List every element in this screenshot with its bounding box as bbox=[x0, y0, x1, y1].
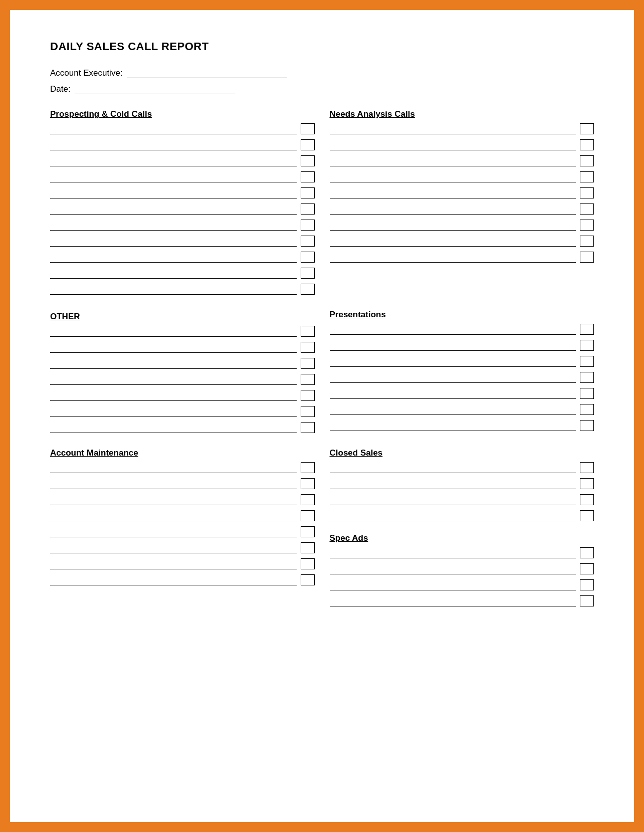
account-executive-label: Account Executive: bbox=[50, 68, 123, 78]
account-maintenance-title: Account Maintenance bbox=[50, 448, 315, 458]
account-executive-field: Account Executive: bbox=[50, 68, 594, 78]
list-item bbox=[330, 579, 594, 590]
list-item bbox=[330, 123, 594, 134]
list-item bbox=[330, 404, 594, 415]
list-item bbox=[330, 478, 594, 489]
list-item bbox=[330, 420, 594, 431]
closed-sales-spec-ads-section: Closed Sales Spec Ads bbox=[330, 448, 594, 611]
other-section: OTHER bbox=[50, 310, 315, 438]
list-item bbox=[50, 374, 315, 385]
list-item bbox=[330, 187, 594, 198]
list-item bbox=[330, 340, 594, 351]
presentations-section: Presentations bbox=[330, 310, 594, 438]
list-item bbox=[330, 510, 594, 521]
list-item bbox=[330, 139, 594, 150]
page-inner: DAILY SALES CALL REPORT Account Executiv… bbox=[9, 9, 635, 823]
list-item bbox=[330, 220, 594, 231]
list-item bbox=[50, 155, 315, 166]
middle-two-col-row: OTHER Presentations bbox=[50, 310, 594, 438]
list-item bbox=[50, 139, 315, 150]
list-item bbox=[50, 542, 315, 553]
header-fields: Account Executive: Date: bbox=[50, 68, 594, 94]
list-item bbox=[50, 558, 315, 569]
list-item bbox=[330, 494, 594, 505]
list-item bbox=[330, 547, 594, 558]
report-title: DAILY SALES CALL REPORT bbox=[50, 40, 594, 53]
list-item bbox=[330, 372, 594, 383]
list-item bbox=[330, 252, 594, 263]
list-item bbox=[50, 187, 315, 198]
date-label: Date: bbox=[50, 84, 71, 94]
list-item bbox=[330, 171, 594, 182]
prospecting-cold-calls-section: Prospecting & Cold Calls bbox=[50, 109, 315, 300]
list-item bbox=[50, 236, 315, 247]
list-item bbox=[50, 342, 315, 353]
list-item bbox=[50, 326, 315, 337]
list-item bbox=[330, 462, 594, 473]
spec-ads-title: Spec Ads bbox=[330, 533, 594, 543]
list-item bbox=[50, 406, 315, 417]
list-item bbox=[50, 390, 315, 401]
needs-analysis-calls-section: Needs Analysis Calls bbox=[330, 109, 594, 300]
list-item bbox=[50, 574, 315, 585]
bottom-two-col-row: Account Maintenance Closed Sales bbox=[50, 448, 594, 611]
account-executive-line bbox=[127, 68, 287, 78]
date-line bbox=[75, 84, 235, 94]
list-item bbox=[50, 358, 315, 369]
prospecting-cold-calls-title: Prospecting & Cold Calls bbox=[50, 109, 315, 119]
list-item bbox=[330, 356, 594, 367]
list-item bbox=[50, 478, 315, 489]
list-item bbox=[50, 123, 315, 134]
closed-sales-title: Closed Sales bbox=[330, 448, 594, 458]
account-maintenance-section: Account Maintenance bbox=[50, 448, 315, 611]
list-item bbox=[50, 284, 315, 295]
list-item bbox=[50, 203, 315, 215]
page-outer: DAILY SALES CALL REPORT Account Executiv… bbox=[0, 0, 644, 832]
list-item bbox=[50, 220, 315, 231]
top-two-col-row: Prospecting & Cold Calls Needs Analysis … bbox=[50, 109, 594, 300]
list-item bbox=[330, 203, 594, 215]
needs-analysis-calls-title: Needs Analysis Calls bbox=[330, 109, 594, 119]
list-item bbox=[330, 236, 594, 247]
list-item bbox=[50, 494, 315, 505]
list-item bbox=[50, 510, 315, 521]
list-item bbox=[50, 252, 315, 263]
list-item bbox=[330, 563, 594, 574]
list-item bbox=[50, 171, 315, 182]
list-item bbox=[330, 155, 594, 166]
date-field: Date: bbox=[50, 84, 594, 94]
list-item bbox=[50, 462, 315, 473]
list-item bbox=[330, 324, 594, 335]
section-gap bbox=[330, 526, 594, 533]
list-item bbox=[330, 595, 594, 606]
list-item bbox=[50, 422, 315, 433]
other-title: OTHER bbox=[50, 312, 315, 322]
presentations-title: Presentations bbox=[330, 310, 594, 320]
list-item bbox=[50, 526, 315, 537]
list-item bbox=[50, 268, 315, 279]
list-item bbox=[330, 388, 594, 399]
